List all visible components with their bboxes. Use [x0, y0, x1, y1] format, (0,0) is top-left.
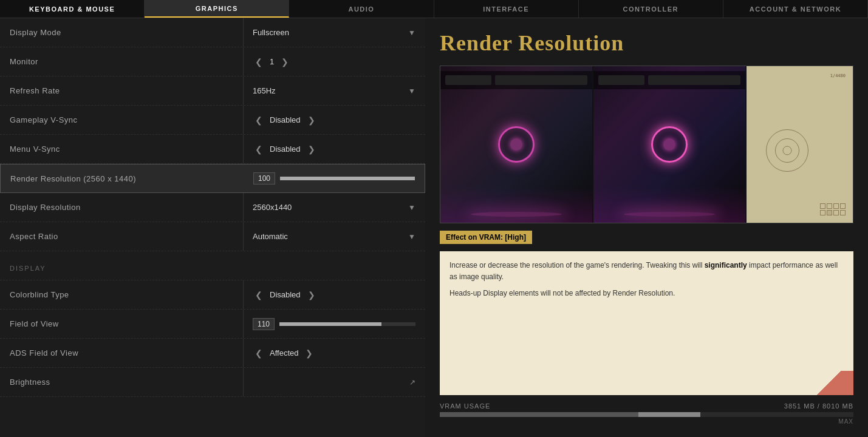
bar-1 [445, 75, 491, 85]
grid-cell [820, 210, 825, 215]
colorblind-type-value-area: ❮ Disabled ❯ [253, 289, 415, 301]
monitor-next-button[interactable]: ❯ [279, 56, 291, 68]
colorblind-type-value: Disabled [270, 290, 301, 299]
aspect-ratio-label: Aspect Ratio [10, 232, 253, 241]
menu-vsync-next-button[interactable]: ❯ [306, 143, 318, 155]
divider [243, 280, 244, 309]
monitor-value: 1 [270, 57, 274, 66]
fov-slider-fill [279, 322, 381, 326]
monitor-label: Monitor [10, 57, 253, 66]
render-resolution-slider-track[interactable] [280, 177, 415, 180]
aspect-ratio-value-area: Automatic ▼ [253, 232, 415, 241]
nav-item-graphics[interactable]: GRAPHICS [145, 0, 289, 18]
fov-value: 110 [253, 318, 275, 330]
description-area: Increase or decrease the resolution of t… [440, 251, 853, 395]
panel-title: Render Resolution [440, 30, 853, 56]
blueprint-code: 1/4480 [830, 73, 846, 78]
setting-gameplay-vsync[interactable]: Gameplay V-Sync ❮ Disabled ❯ [0, 106, 425, 135]
setting-refresh-rate[interactable]: Refresh Rate 165Hz ▼ [0, 76, 425, 106]
nav-item-controller[interactable]: CONTROLLER [579, 0, 723, 18]
gameplay-vsync-label: Gameplay V-Sync [10, 115, 253, 124]
divider [243, 310, 244, 338]
main-layout: Display Mode Fullscreen ▼ Monitor ❮ 1 ❯ … [0, 18, 868, 437]
fov-slider-area: 110 [253, 318, 415, 330]
nav-item-account-network[interactable]: ACCOUNT & NETWORK [723, 0, 868, 18]
brightness-external-icon[interactable]: ↗ [409, 378, 415, 387]
blueprint-info: 1/4480 [830, 73, 846, 80]
render-resolution-value: 100 [253, 172, 275, 185]
ads-fov-next-button[interactable]: ❯ [303, 347, 315, 359]
effect-badge: Effect on VRAM: [High] [440, 231, 532, 244]
display-resolution-value: 2560x1440 [253, 203, 292, 212]
vram-max-label: MAX [440, 418, 853, 425]
vram-bar-extra [638, 412, 700, 417]
render-resolution-slider-fill [280, 177, 415, 180]
nav-bar: KEYBOARD & MOUSE GRAPHICS AUDIO INTERFAC… [0, 0, 868, 18]
setting-colorblind-type[interactable]: Colorblind Type ❮ Disabled ❯ [0, 280, 425, 310]
preview-inner-3: 1/4480 [747, 66, 853, 223]
floor-neon-1 [471, 212, 562, 217]
setting-aspect-ratio[interactable]: Aspect Ratio Automatic ▼ [0, 222, 425, 251]
vram-bar [440, 412, 853, 417]
gameplay-vsync-next-button[interactable]: ❯ [306, 114, 318, 126]
colorblind-prev-button[interactable]: ❮ [253, 289, 265, 301]
description-bold: significantly [705, 261, 747, 269]
display-resolution-label: Display Resolution [10, 203, 253, 212]
display-resolution-value-area: 2560x1440 ▼ [253, 203, 415, 212]
neon-circle-2 [651, 126, 688, 163]
decorative-red-corner [805, 371, 853, 395]
bar-3 [598, 75, 644, 85]
setting-menu-vsync[interactable]: Menu V-Sync ❮ Disabled ❯ [0, 135, 425, 164]
nav-item-keyboard-mouse[interactable]: KEYBOARD & MOUSE [0, 0, 145, 18]
vram-used-label: 3851 MB / 8010 MB [784, 402, 853, 410]
render-resolution-slider-area: 100 [253, 172, 415, 185]
display-mode-dropdown-icon[interactable]: ▼ [408, 29, 415, 37]
monitor-prev-button[interactable]: ❮ [253, 56, 265, 68]
fov-label: Field of View [10, 319, 253, 328]
colorblind-type-label: Colorblind Type [10, 290, 253, 299]
aspect-ratio-dropdown-icon[interactable]: ▼ [408, 232, 415, 241]
info-panel: Render Resolution [425, 18, 868, 437]
menu-vsync-value-area: ❮ Disabled ❯ [253, 143, 415, 155]
display-mode-label: Display Mode [10, 28, 253, 37]
grid-cell [840, 203, 846, 209]
ads-fov-prev-button[interactable]: ❮ [253, 347, 265, 359]
blueprint-center-circle [783, 146, 792, 155]
preview-image-3: 1/4480 [747, 66, 853, 223]
divider [243, 106, 244, 134]
grid-cell [833, 203, 839, 209]
setting-brightness[interactable]: Brightness ↗ [0, 368, 425, 397]
display-resolution-dropdown-icon[interactable]: ▼ [408, 203, 415, 212]
setting-monitor[interactable]: Monitor ❮ 1 ❯ [0, 47, 425, 76]
preview-image-2 [593, 66, 745, 223]
display-section-label: DISPLAY [10, 255, 415, 277]
neon-circle-1 [498, 126, 535, 163]
setting-ads-fov[interactable]: ADS Field of View ❮ Affected ❯ [0, 339, 425, 368]
preview-inner-1 [440, 66, 592, 223]
colorblind-next-button[interactable]: ❯ [306, 289, 318, 301]
setting-field-of-view[interactable]: Field of View 110 [0, 310, 425, 339]
vram-label: VRAM USAGE [440, 402, 490, 410]
gameplay-vsync-prev-button[interactable]: ❮ [253, 114, 265, 126]
setting-render-resolution[interactable]: Render Resolution (2560 x 1440) 100 [0, 164, 425, 193]
menu-vsync-label: Menu V-Sync [10, 144, 253, 154]
blueprint-circle [766, 129, 808, 172]
divider [243, 135, 244, 163]
divider [243, 339, 244, 367]
setting-display-resolution[interactable]: Display Resolution 2560x1440 ▼ [0, 193, 425, 222]
grid-cell [820, 203, 825, 209]
setting-display-mode[interactable]: Display Mode Fullscreen ▼ [0, 18, 425, 47]
display-mode-value-area: Fullscreen ▼ [253, 28, 415, 37]
nav-item-interface[interactable]: INTERFACE [434, 0, 579, 18]
divider [243, 18, 244, 47]
brightness-label: Brightness [10, 378, 253, 387]
refresh-rate-dropdown-icon[interactable]: ▼ [408, 87, 415, 95]
fov-slider-track[interactable] [279, 322, 415, 326]
nav-item-audio[interactable]: AUDIO [289, 0, 434, 18]
preview-bar-2 [593, 71, 745, 89]
floor-area-1 [440, 186, 592, 223]
menu-vsync-prev-button[interactable]: ❮ [253, 143, 265, 155]
menu-vsync-value: Disabled [270, 144, 301, 154]
render-resolution-label: Render Resolution (2560 x 1440) [10, 174, 253, 183]
divider [243, 47, 244, 76]
